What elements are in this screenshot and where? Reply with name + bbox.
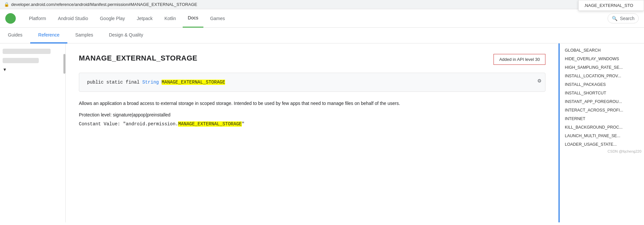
url-text: developer.android.com/reference/android/… [11,2,197,7]
sidebar-bar-2 [3,58,39,63]
right-sidebar-item-10[interactable]: LAUNCH_MULTI_PANE_SE... [560,132,644,140]
subnav-guides[interactable]: Guides [0,28,30,43]
constant-suffix: " [242,121,244,127]
constant-highlighted: MANAGE_EXTERNAL_STORAGE [178,121,242,127]
android-logo[interactable] [5,13,16,24]
subnav-samples[interactable]: Samples [67,28,101,43]
subnav-design-quality[interactable]: Design & Quality [101,28,151,43]
right-sidebar-item-7[interactable]: INTERACT_ACROSS_PROFI... [560,106,644,114]
constant-value: Constant Value: "android.permission.MANA… [79,121,545,127]
sidebar-bar-1 [3,49,51,54]
code-name-highlight: MANAGE_EXTERNAL_STORAGE [162,80,225,85]
constant-prefix: "android.permission. [123,121,178,127]
search-icon: 🔍 [612,16,617,21]
code-prefix: public static final [87,80,142,85]
right-sidebar-item-0[interactable]: GLOBAL_SEARCH [560,46,644,55]
right-sidebar-item-3[interactable]: INSTALL_LOCATION_PROV... [560,72,644,80]
url-autocomplete: .NAGE_EXTERNAL_STO [578,0,644,11]
right-sidebar-item-8[interactable]: INTERNET [560,114,644,123]
nav-jetpack[interactable]: Jetpack [131,9,158,28]
right-sidebar-item-5[interactable]: INSTALL_SHORTCUT [560,89,644,97]
sidebar-scroll-thumb[interactable] [63,54,65,74]
right-sidebar-item-6[interactable]: INSTANT_APP_FOREGROU... [560,97,644,106]
description-text: Allows an application a broad access to … [79,100,545,107]
protection-level: Protection level: signature|appop|preins… [79,112,545,117]
nav-items: Platform Android Studio Google Play Jetp… [24,9,608,28]
right-sidebar-item-1[interactable]: HIDE_OVERLAY_WINDOWS [560,55,644,63]
settings-icon[interactable]: ⚙ [538,77,541,84]
protection-label: Protection level: [79,112,113,117]
nav-games[interactable]: Games [205,9,230,28]
left-sidebar: ▼ [0,43,66,222]
nav-docs[interactable]: Docs [183,9,204,28]
nav-kotlin[interactable]: Kotlin [159,9,181,28]
page-layout: ▼ MANAGE_EXTERNAL_STORAGE Added in API l… [0,43,644,222]
right-sidebar: GLOBAL_SEARCH HIDE_OVERLAY_WINDOWS HIGH_… [559,43,644,222]
left-sidebar-inner: ▼ [3,49,63,72]
right-sidebar-item-11[interactable]: LOADER_USAGE_STATE... [560,140,644,149]
sub-nav: Guides Reference Samples Design & Qualit… [0,28,644,43]
right-sidebar-item-2[interactable]: HIGH_SAMPLING_RATE_SE... [560,63,644,72]
main-content: MANAGE_EXTERNAL_STORAGE Added in API lev… [66,43,559,222]
api-level-badge: Added in API level 30 [494,54,545,65]
constant-label: Constant Value: [79,121,123,127]
url-bar: 🔒 developer.android.com/reference/androi… [0,0,644,9]
protection-value: signature|appop|preinstalled [113,112,171,117]
autocomplete-text: .NAGE_EXTERNAL_STO [584,3,633,8]
permission-title: MANAGE_EXTERNAL_STORAGE [79,54,197,63]
nav-android-studio[interactable]: Android Studio [53,9,93,28]
content-header: MANAGE_EXTERNAL_STORAGE Added in API lev… [79,54,545,65]
code-type: String [142,80,159,85]
chevron-down-icon: ▼ [3,67,7,72]
lock-icon: 🔒 [4,2,9,7]
nav-google-play[interactable]: Google Play [95,9,130,28]
watermark: CSDN @fqcheng220 [560,149,644,154]
code-block: public static final String MANAGE_EXTERN… [79,73,545,92]
search-button[interactable]: 🔍 Search [608,13,639,23]
search-label: Search [620,16,634,21]
right-sidebar-item-9[interactable]: KILL_BACKGROUND_PROC... [560,123,644,132]
subnav-reference[interactable]: Reference [30,28,67,43]
sidebar-dropdown[interactable]: ▼ [3,67,63,72]
main-nav: Platform Android Studio Google Play Jetp… [0,9,644,28]
right-sidebar-item-4[interactable]: INSTALL_PACKAGES [560,80,644,89]
nav-platform[interactable]: Platform [24,9,51,28]
